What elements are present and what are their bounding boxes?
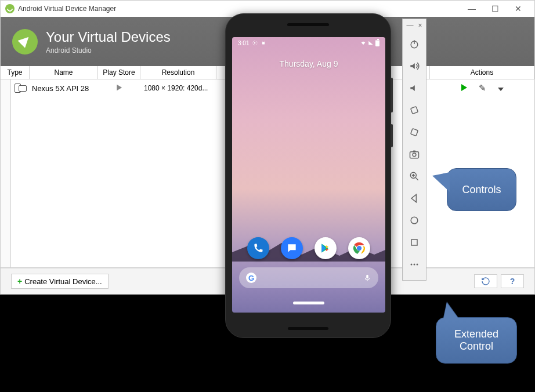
- row-actions: ✎: [430, 79, 534, 97]
- mic-icon[interactable]: [363, 273, 371, 283]
- svg-point-10: [411, 217, 418, 224]
- plus-icon: +: [17, 277, 22, 286]
- emulator-toolbar: — ×: [402, 19, 426, 281]
- android-icon: [261, 40, 266, 46]
- svg-rect-11: [411, 239, 417, 245]
- battery-icon: [375, 40, 379, 46]
- gear-icon: [252, 40, 258, 46]
- emulator-screen[interactable]: 3:01 Thursday, Aug 9 G: [232, 37, 385, 313]
- help-button[interactable]: ?: [501, 274, 524, 288]
- device-name: Nexus 5X API 28: [30, 79, 98, 97]
- window-title: Android Virtual Device Manager: [18, 5, 460, 13]
- phone-app-icon[interactable]: [247, 237, 269, 259]
- volume-up-button[interactable]: [405, 55, 424, 77]
- back-button[interactable]: [405, 187, 424, 209]
- extended-control-callout: Extended Control: [436, 317, 517, 364]
- nav-handle[interactable]: [293, 302, 324, 304]
- emulator-device-frame: 3:01 Thursday, Aug 9 G: [225, 13, 391, 338]
- svg-line-7: [416, 178, 418, 180]
- create-virtual-device-button[interactable]: + Create Virtual Device...: [11, 274, 109, 289]
- minimize-button[interactable]: —: [460, 1, 483, 17]
- launch-button[interactable]: [458, 84, 471, 93]
- home-datetime: Thursday, Aug 9: [232, 59, 385, 68]
- android-statusbar: 3:01: [232, 37, 385, 49]
- google-search-bar[interactable]: G: [239, 267, 378, 288]
- messages-app-icon[interactable]: [281, 237, 303, 259]
- emulator-minimize-button[interactable]: —: [406, 21, 413, 30]
- col-type[interactable]: Type: [1, 66, 30, 79]
- col-name[interactable]: Name: [30, 66, 98, 79]
- row-gutter: [1, 79, 11, 267]
- app-icon: [5, 4, 15, 13]
- device-type-icon: [11, 79, 30, 97]
- favorites-row: [232, 237, 385, 259]
- volume-rocker: [391, 78, 393, 112]
- screenshot-button[interactable]: [405, 143, 424, 165]
- svg-point-17: [263, 41, 263, 42]
- controls-callout: Controls: [447, 168, 516, 211]
- signal-icon: [368, 40, 374, 46]
- svg-point-15: [254, 42, 256, 44]
- edit-button[interactable]: ✎: [475, 83, 490, 93]
- close-button[interactable]: ✕: [507, 1, 530, 17]
- refresh-button[interactable]: [474, 274, 497, 288]
- col-play-store[interactable]: Play Store: [98, 66, 140, 79]
- home-button[interactable]: [405, 209, 424, 231]
- more-actions-button[interactable]: [494, 84, 507, 93]
- svg-point-13: [414, 264, 415, 266]
- device-resolution: 1080 × 1920: 420d...: [140, 79, 216, 97]
- zoom-button[interactable]: [405, 165, 424, 187]
- svg-rect-3: [411, 129, 418, 136]
- wifi-icon: [360, 40, 366, 46]
- svg-rect-2: [411, 107, 418, 114]
- svg-rect-16: [262, 42, 265, 44]
- volume-down-button[interactable]: [405, 77, 424, 99]
- power-button[interactable]: [405, 33, 424, 55]
- svg-point-14: [417, 264, 418, 266]
- page-title: Your Virtual Devices: [46, 29, 171, 45]
- play-store-app-icon[interactable]: [315, 237, 337, 259]
- more-button[interactable]: [405, 253, 424, 275]
- col-resolution[interactable]: Resolution: [140, 66, 216, 79]
- rotate-right-button[interactable]: [405, 121, 424, 143]
- status-time: 3:01: [238, 40, 249, 46]
- emulator-close-button[interactable]: ×: [418, 21, 422, 30]
- overview-button[interactable]: [405, 231, 424, 253]
- chrome-app-icon[interactable]: [348, 237, 370, 259]
- rotate-left-button[interactable]: [405, 99, 424, 121]
- svg-rect-22: [366, 275, 368, 278]
- maximize-button[interactable]: ☐: [483, 1, 507, 17]
- svg-point-5: [413, 153, 416, 157]
- col-actions[interactable]: Actions: [430, 66, 534, 79]
- svg-point-18: [264, 41, 265, 42]
- playstore-icon: [98, 79, 140, 97]
- svg-point-12: [411, 264, 413, 266]
- android-studio-logo: [12, 29, 38, 55]
- page-subtitle: Android Studio: [46, 46, 171, 55]
- emulator-toolbar-window-controls: — ×: [406, 21, 422, 33]
- power-key: [391, 124, 393, 147]
- google-logo-icon: G: [246, 273, 256, 283]
